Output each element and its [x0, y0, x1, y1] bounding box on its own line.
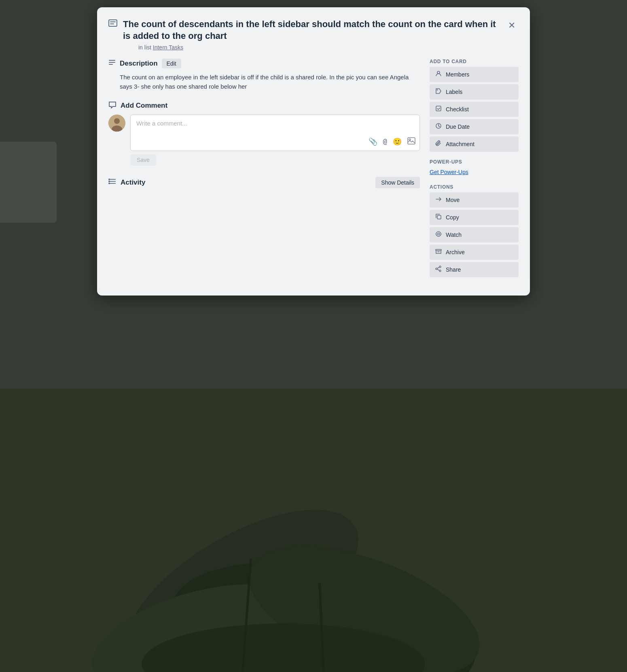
description-body: The count on an employee in the left sid…: [120, 72, 420, 91]
svg-rect-12: [109, 62, 115, 63]
svg-point-25: [437, 71, 440, 74]
labels-label: Labels: [446, 89, 462, 95]
get-power-ups-button[interactable]: Get Power-Ups: [430, 167, 468, 177]
comment-section: Add Comment Write a comment...: [108, 101, 420, 166]
image-insert-icon[interactable]: [407, 137, 415, 147]
modal-title-area: The count of descendants in the left sid…: [108, 19, 505, 51]
watch-button[interactable]: Watch: [430, 227, 519, 242]
close-button[interactable]: ✕: [505, 19, 519, 32]
modal-body: Description Edit The count on an employe…: [108, 59, 519, 279]
svg-line-36: [437, 267, 439, 268]
svg-rect-10: [110, 23, 114, 24]
comment-input-row: Write a comment... 📎 @ 🙂 Save: [108, 115, 420, 166]
card-icon: [108, 19, 117, 29]
show-details-button[interactable]: Show Details: [375, 177, 420, 188]
share-button[interactable]: Share: [430, 262, 519, 277]
svg-rect-9: [110, 21, 116, 22]
modal-subtitle: in list Intern Tasks: [138, 44, 505, 51]
comment-toolbar: 📎 @ 🙂: [369, 137, 415, 147]
comment-title: Add Comment: [121, 102, 167, 110]
user-avatar: [108, 115, 125, 132]
title-block: The count of descendants in the left sid…: [123, 19, 505, 51]
archive-label: Archive: [446, 249, 465, 255]
modal-title: The count of descendants in the left sid…: [123, 19, 505, 42]
activity-header: Activity Show Details: [108, 177, 420, 188]
activity-title-group: Activity: [108, 178, 145, 187]
move-label: Move: [446, 197, 460, 203]
share-icon: [435, 266, 442, 274]
move-button[interactable]: Move: [430, 192, 519, 208]
svg-rect-28: [436, 106, 441, 111]
copy-label: Copy: [446, 214, 459, 221]
svg-marker-26: [436, 89, 441, 94]
members-label: Members: [446, 71, 469, 78]
svg-line-37: [437, 269, 439, 270]
save-comment-button[interactable]: Save: [130, 154, 156, 166]
svg-rect-17: [408, 138, 415, 144]
activity-section: Activity Show Details: [108, 177, 420, 188]
labels-button[interactable]: Labels: [430, 84, 519, 100]
svg-point-27: [437, 89, 438, 91]
share-label: Share: [446, 266, 461, 273]
svg-point-35: [436, 268, 437, 270]
comment-icon: [108, 101, 117, 111]
attachment-button[interactable]: Attachment: [430, 136, 519, 152]
svg-point-22: [108, 179, 110, 180]
svg-point-15: [114, 118, 120, 124]
description-section: Description Edit The count on an employe…: [108, 59, 420, 91]
watch-icon: [435, 231, 442, 239]
checklist-label: Checklist: [446, 106, 469, 113]
modal-main: Description Edit The count on an employe…: [108, 59, 420, 279]
emoji-icon[interactable]: 🙂: [393, 137, 402, 147]
svg-rect-13: [109, 64, 113, 65]
attachment-label: Attachment: [446, 141, 474, 147]
svg-rect-8: [109, 20, 117, 26]
mention-icon[interactable]: @: [383, 137, 387, 147]
archive-icon: [435, 248, 442, 256]
attachment-icon[interactable]: 📎: [369, 137, 377, 147]
svg-point-23: [108, 181, 110, 182]
due-date-button[interactable]: Due Date: [430, 119, 519, 134]
svg-point-33: [439, 266, 441, 268]
svg-rect-30: [437, 215, 441, 219]
svg-point-31: [438, 233, 440, 235]
due-date-icon: [435, 123, 442, 131]
attachment-sidebar-icon: [435, 140, 442, 148]
description-header: Description Edit: [108, 59, 420, 68]
comment-placeholder: Write a comment...: [136, 120, 187, 127]
list-link[interactable]: Intern Tasks: [153, 44, 183, 51]
copy-button[interactable]: Copy: [430, 210, 519, 225]
modal-sidebar: ADD TO CARD Members Labels Checklist: [430, 59, 519, 279]
description-title: Description: [120, 60, 158, 68]
comment-textarea-wrapper[interactable]: Write a comment... 📎 @ 🙂: [130, 115, 420, 151]
move-icon: [435, 196, 442, 204]
svg-point-24: [108, 183, 110, 184]
svg-rect-32: [436, 249, 441, 251]
svg-point-34: [439, 270, 441, 272]
members-button[interactable]: Members: [430, 67, 519, 82]
modal-header: The count of descendants in the left sid…: [108, 19, 519, 51]
power-ups-label: POWER-UPS: [430, 159, 519, 165]
members-icon: [435, 70, 442, 79]
comment-header: Add Comment: [108, 101, 420, 111]
description-icon: [108, 59, 116, 68]
activity-icon: [108, 178, 117, 187]
copy-icon: [435, 213, 442, 221]
checklist-button[interactable]: Checklist: [430, 102, 519, 117]
due-date-label: Due Date: [446, 123, 470, 130]
activity-title: Activity: [121, 179, 145, 187]
watch-label: Watch: [446, 232, 462, 238]
add-to-card-label: ADD TO CARD: [430, 59, 519, 64]
comment-box[interactable]: Write a comment... 📎 @ 🙂 Save: [130, 115, 420, 166]
edit-description-button[interactable]: Edit: [162, 59, 181, 68]
labels-icon: [435, 88, 442, 96]
checklist-icon: [435, 105, 442, 113]
svg-rect-11: [109, 60, 115, 61]
actions-label: ACTIONS: [430, 184, 519, 190]
archive-button[interactable]: Archive: [430, 245, 519, 260]
